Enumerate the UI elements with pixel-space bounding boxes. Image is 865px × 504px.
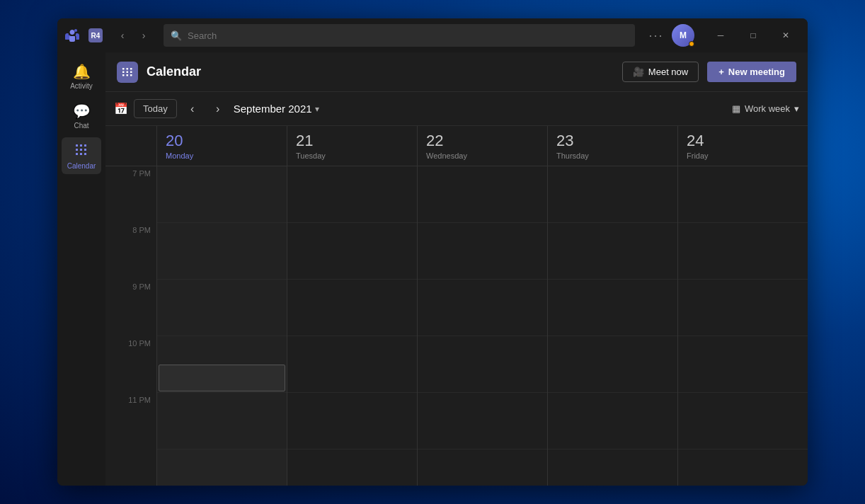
time-cell-thu-9pm[interactable]	[548, 280, 677, 336]
navigation-buttons: ‹ ›	[113, 25, 154, 45]
calendar-icon	[74, 142, 88, 160]
time-cell-tue-11pm[interactable]	[287, 393, 417, 449]
search-input[interactable]	[188, 30, 628, 41]
svg-rect-5	[84, 149, 86, 151]
forward-button[interactable]: ›	[134, 25, 154, 45]
time-gutter-header	[105, 126, 156, 166]
svg-rect-6	[76, 153, 78, 155]
day-header-3: 23 Thursday	[547, 126, 677, 166]
day-name-4: Friday	[687, 151, 799, 160]
svg-rect-7	[80, 153, 82, 155]
svg-rect-15	[122, 74, 125, 76]
content-area: Calendar 🎥 Meet now + New meeting 📅 Toda…	[105, 52, 808, 486]
time-cell-fri-8pm[interactable]	[678, 223, 808, 280]
svg-rect-3	[76, 149, 78, 151]
time-cell-tue-10pm[interactable]	[287, 336, 417, 393]
time-cell-thu-11pm[interactable]	[548, 393, 677, 449]
time-cell-mon-11pm[interactable]	[157, 393, 287, 449]
svg-rect-0	[76, 144, 78, 147]
time-cell-thu-7pm[interactable]	[548, 166, 677, 223]
view-chevron-icon: ▾	[794, 103, 799, 114]
day-name-1: Tuesday	[296, 151, 408, 160]
time-cell-tue-9pm[interactable]	[287, 280, 417, 336]
time-slot-8pm: 8 PM	[105, 223, 156, 280]
time-cell-tue-7pm[interactable]	[287, 166, 417, 223]
month-label[interactable]: September 2021 ▾	[234, 103, 319, 115]
svg-rect-1	[80, 144, 82, 147]
svg-rect-4	[80, 149, 82, 151]
calendar-grid: 20 Monday 21 Tuesday 22 Wednesday 23 Thu…	[105, 126, 808, 486]
day-number-3: 23	[556, 132, 669, 150]
time-cell-wed-11pm[interactable]	[418, 393, 547, 449]
time-selection-block	[159, 365, 285, 391]
next-week-button[interactable]: ›	[208, 99, 228, 119]
time-cell-mon-9pm[interactable]	[157, 280, 287, 336]
time-cell-mon-10pm[interactable]	[157, 336, 287, 393]
view-grid-icon: ▦	[732, 103, 740, 114]
day-header-4: 24 Friday	[677, 126, 808, 166]
day-header-2: 22 Wednesday	[417, 126, 547, 166]
time-cell-thu-10pm[interactable]	[548, 336, 677, 393]
meet-now-button[interactable]: 🎥 Meet now	[622, 62, 699, 82]
activity-icon: 🔔	[73, 63, 91, 80]
day-number-2: 22	[426, 132, 539, 150]
svg-rect-9	[122, 68, 125, 70]
new-meeting-label: New meeting	[728, 67, 785, 77]
time-cell-fri-11pm[interactable]	[678, 393, 808, 449]
close-button[interactable]: ✕	[769, 24, 802, 47]
time-cell-wed-10pm[interactable]	[418, 336, 547, 393]
svg-rect-8	[84, 153, 86, 155]
calendar-body: 7 PM 8 PM 9 PM 10 PM 11 PM	[105, 166, 808, 486]
time-cell-tue-8pm[interactable]	[287, 223, 417, 280]
sidebar-calendar-label: Calendar	[67, 162, 96, 170]
teams-logo	[63, 25, 83, 45]
days-header: 20 Monday 21 Tuesday 22 Wednesday 23 Thu…	[105, 126, 808, 166]
sidebar-item-activity[interactable]: 🔔 Activity	[62, 58, 101, 95]
teams-window: R4 ‹ › 🔍 ··· M ─ □ ✕ 🔔 Activity �	[57, 18, 808, 486]
month-chevron-icon: ▾	[315, 104, 319, 114]
main-layout: 🔔 Activity 💬 Chat	[57, 52, 808, 486]
time-cell-wed-9pm[interactable]	[418, 280, 547, 336]
calendar-app-icon	[117, 62, 138, 83]
time-cell-fri-10pm[interactable]	[678, 336, 808, 393]
day-column-tuesday[interactable]	[287, 166, 417, 486]
new-meeting-button[interactable]: + New meeting	[707, 62, 796, 82]
svg-rect-12	[122, 71, 125, 73]
chat-icon: 💬	[73, 103, 91, 120]
plus-icon: +	[718, 67, 724, 77]
time-cell-thu-8pm[interactable]	[548, 223, 677, 280]
search-bar[interactable]: 🔍	[164, 24, 635, 47]
search-icon: 🔍	[171, 30, 182, 41]
day-number-0: 20	[166, 132, 278, 150]
time-cell-fri-7pm[interactable]	[678, 166, 808, 223]
calendar-header: Calendar 🎥 Meet now + New meeting	[105, 52, 808, 92]
avatar[interactable]: M	[672, 24, 694, 47]
day-column-friday[interactable]	[677, 166, 808, 486]
day-column-wednesday[interactable]	[417, 166, 547, 486]
maximize-button[interactable]: □	[737, 24, 769, 47]
day-name-2: Wednesday	[426, 151, 539, 160]
sidebar-chat-label: Chat	[74, 122, 88, 130]
day-column-monday[interactable]	[156, 166, 287, 486]
today-view-icon: 📅	[114, 102, 128, 115]
sidebar: 🔔 Activity 💬 Chat	[57, 52, 105, 486]
day-header-0: 20 Monday	[156, 126, 287, 166]
time-cell-fri-9pm[interactable]	[678, 280, 808, 336]
today-button[interactable]: Today	[134, 99, 177, 118]
minimize-button[interactable]: ─	[704, 24, 737, 47]
more-options-button[interactable]: ···	[645, 25, 668, 45]
day-header-1: 21 Tuesday	[287, 126, 417, 166]
time-cell-mon-8pm[interactable]	[157, 223, 287, 280]
svg-rect-2	[84, 144, 86, 147]
day-column-thursday[interactable]	[547, 166, 677, 486]
sidebar-item-calendar[interactable]: Calendar	[62, 137, 101, 174]
time-cell-mon-7pm[interactable]	[157, 166, 287, 223]
prev-week-button[interactable]: ‹	[183, 99, 202, 119]
svg-rect-16	[127, 74, 129, 76]
back-button[interactable]: ‹	[113, 25, 132, 45]
view-selector[interactable]: ▦ Work week ▾	[732, 103, 799, 114]
sidebar-item-chat[interactable]: 💬 Chat	[62, 98, 101, 134]
time-cell-wed-7pm[interactable]	[418, 166, 547, 223]
month-text: September 2021	[234, 103, 312, 115]
time-cell-wed-8pm[interactable]	[418, 223, 547, 280]
